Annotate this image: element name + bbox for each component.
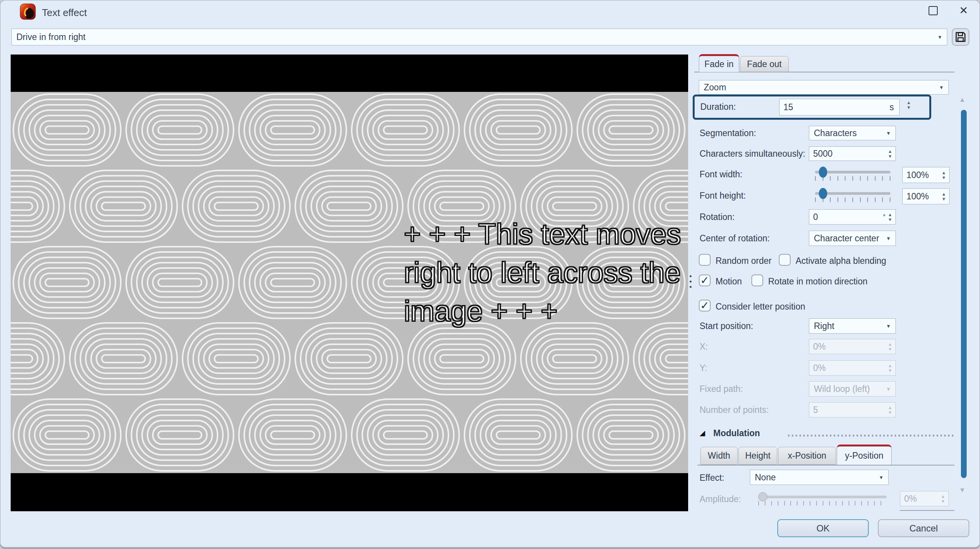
modulation-header: Modulation (713, 428, 760, 438)
modulation-tabs-baseline (697, 465, 954, 466)
preview-canvas: + + + This text moves right to left acro… (11, 55, 688, 511)
tab-fade-out-label: Fade out (747, 59, 782, 69)
fade-effect-dropdown[interactable]: Zoom ▼ (699, 80, 949, 95)
dropdown-arrow-icon: ▼ (886, 386, 891, 392)
start-position-value: Right (814, 321, 834, 331)
center-of-rotation-dropdown[interactable]: Character center ▼ (809, 231, 896, 246)
font-width-slider-thumb[interactable] (819, 167, 827, 178)
spinner-up-icon: ▲ (942, 171, 946, 175)
font-width-slider[interactable] (815, 171, 890, 181)
font-height-slider-thumb[interactable] (819, 188, 827, 199)
font-width-label: Font width: (700, 169, 743, 180)
rotation-spinner[interactable]: ▲ ▼ (888, 213, 892, 222)
duration-unit: s (890, 102, 897, 112)
close-icon: ✕ (959, 5, 968, 16)
scrollbar-down-icon[interactable]: ▼ (959, 486, 966, 494)
fixed-path-value: Wild loop (left) (814, 384, 870, 394)
fixed-path-dropdown: Wild loop (left) ▼ (809, 381, 896, 396)
font-height-slider[interactable] (815, 192, 890, 202)
spinner-up-icon: ▲ (888, 406, 892, 409)
window-title: Text effect (42, 7, 87, 19)
preview-text-line: + + + This text moves (404, 215, 681, 253)
chars-simultaneously-value: 5000 (813, 149, 833, 159)
tab-fade-in[interactable]: Fade in (699, 54, 739, 72)
tab-height[interactable]: Height (738, 447, 777, 465)
chars-simultaneously-spinner[interactable]: ▲ ▼ (888, 149, 892, 158)
tab-width-label: Width (708, 451, 730, 461)
panel-scrollbar-thumb[interactable] (961, 110, 967, 478)
font-width-value: 100% (906, 170, 929, 180)
consider-letter-position-label: Consider letter position (716, 302, 805, 312)
close-button[interactable]: ✕ (953, 2, 975, 20)
amplitude-input: 0% ▲ ▼ (900, 491, 949, 506)
font-height-input[interactable]: 100% ▲ ▼ (902, 188, 950, 204)
check-icon: ✓ (700, 275, 709, 286)
tab-y-position[interactable]: y-Position (837, 445, 892, 465)
modulation-effect-label: Effect: (700, 473, 724, 483)
ok-button[interactable]: OK (777, 519, 869, 537)
motion-checkbox[interactable]: ✓ (699, 274, 711, 286)
maximize-button[interactable] (922, 2, 944, 20)
rotation-value: 0 (813, 212, 818, 222)
dropdown-arrow-icon: ▼ (886, 323, 891, 329)
scrollbar-up-icon[interactable]: ▲ (959, 96, 966, 104)
tab-x-position[interactable]: x-Position (778, 447, 836, 465)
spinner-down-icon: ▼ (888, 369, 892, 372)
center-of-rotation-label: Center of rotation: (700, 233, 770, 244)
chars-simultaneously-input[interactable]: 5000 ▲ ▼ (809, 146, 896, 161)
spinner-down-icon: ▼ (942, 197, 946, 201)
activate-alpha-blending-checkbox[interactable] (779, 254, 791, 266)
splitter-handle[interactable] (690, 275, 692, 288)
tab-width[interactable]: Width (700, 447, 738, 465)
rotation-input[interactable]: 0 ° ▲ ▼ (809, 209, 896, 225)
cancel-button[interactable]: Cancel (878, 519, 969, 537)
random-order-checkbox[interactable] (699, 254, 711, 266)
maximize-icon (929, 6, 938, 15)
duration-input[interactable]: 15 s (779, 99, 900, 116)
spinner-up-icon: ▲ (941, 494, 945, 498)
font-width-spinner[interactable]: ▲ ▼ (942, 171, 946, 180)
dropdown-arrow-icon: ▼ (886, 236, 891, 241)
save-icon (955, 31, 966, 43)
spinner-up-icon: ▲ (942, 192, 946, 196)
start-position-dropdown[interactable]: Right ▼ (809, 318, 896, 334)
rotation-label: Rotation: (700, 212, 735, 222)
amplitude-value: 0% (904, 494, 917, 504)
font-height-value: 100% (906, 191, 929, 202)
y-position-label: Y: (700, 363, 707, 373)
start-position-label: Start position: (700, 321, 753, 331)
check-icon: ✓ (700, 300, 709, 311)
tab-fade-out[interactable]: Fade out (740, 56, 789, 72)
x-position-label: X: (700, 342, 708, 352)
random-order-label: Random order (716, 256, 772, 266)
font-height-label: Font height: (700, 191, 746, 201)
collapse-triangle-icon[interactable]: ◢ (700, 429, 705, 437)
app-icon (20, 3, 36, 21)
number-of-points-spinner: ▲ ▼ (888, 406, 892, 414)
duration-value: 15 (783, 102, 793, 112)
segmentation-dropdown[interactable]: Characters ▼ (809, 126, 896, 140)
save-preset-button[interactable] (952, 28, 969, 46)
preset-value: Drive in from right (16, 32, 85, 42)
consider-letter-position-checkbox[interactable]: ✓ (699, 300, 711, 311)
duration-spinner[interactable]: ▲ ▼ (906, 101, 911, 109)
spinner-up-icon: ▲ (906, 101, 911, 104)
text-effect-dialog: Text effect ✕ Drive in from right ▼ (0, 0, 980, 549)
segmentation-label: Segmentation: (700, 128, 756, 138)
ok-button-label: OK (817, 523, 830, 534)
rotate-in-motion-direction-checkbox[interactable] (751, 274, 763, 286)
amplitude-slider-thumb (758, 492, 767, 501)
cancel-button-label: Cancel (910, 523, 938, 534)
font-width-input[interactable]: 100% ▲ ▼ (902, 167, 950, 183)
preview-letterbox-top (11, 55, 688, 92)
modulation-effect-dropdown[interactable]: None ▼ (750, 470, 889, 485)
spinner-down-icon: ▼ (888, 218, 892, 222)
x-position-value: 0% (813, 342, 826, 352)
preset-dropdown[interactable]: Drive in from right ▼ (11, 29, 947, 45)
font-height-spinner[interactable]: ▲ ▼ (942, 192, 946, 201)
spinner-down-icon: ▼ (942, 176, 946, 180)
chars-simultaneously-label: Characters simultaneously: (700, 149, 805, 159)
dropdown-arrow-icon: ▼ (939, 85, 944, 90)
segmentation-value: Characters (814, 128, 857, 138)
spinner-down-icon: ▼ (888, 154, 892, 158)
